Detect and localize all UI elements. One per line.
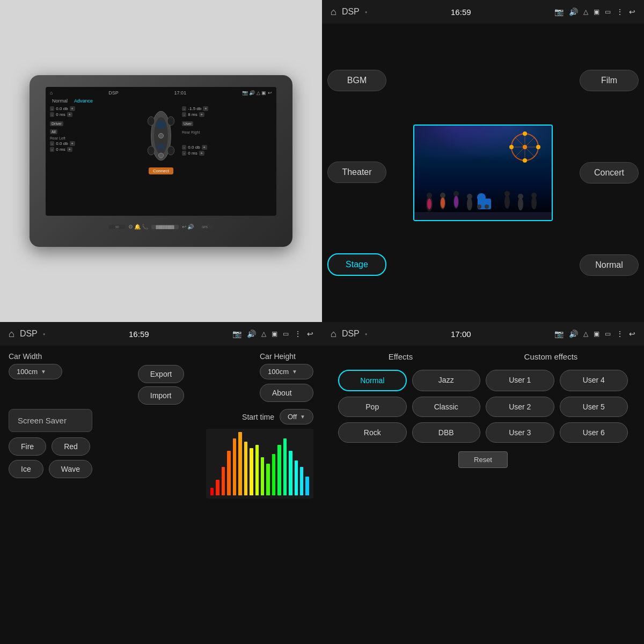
preset-theater-btn[interactable]: Theater	[327, 162, 386, 183]
ms-value-left-b: 0 ms	[56, 147, 65, 152]
eq-bar-15	[295, 432, 298, 495]
fire-btn[interactable]: Fire	[9, 437, 46, 456]
all-btn[interactable]: All	[50, 129, 57, 134]
effect-btn-rock[interactable]: Rock	[338, 422, 407, 443]
plus-db-right[interactable]: +	[203, 106, 208, 111]
screen-saver-label: Screen Saver	[18, 416, 67, 425]
bl-volume-icon: 🔊	[247, 330, 256, 338]
svg-point-16	[523, 131, 527, 136]
import-btn[interactable]: Import	[138, 386, 184, 405]
br-time: 17:00	[451, 330, 471, 339]
car-width-section: Car Width 100cm ▼	[9, 352, 62, 379]
plus-ms-right-b[interactable]: +	[199, 151, 204, 156]
br-bar-right: 📷 🔊 △ ▣ ▭ ⋮ ↩	[554, 330, 635, 338]
effect-btn-user4[interactable]: User 4	[560, 370, 628, 391]
screen-icons: 📷 🔊 △ ▣ ↩	[242, 90, 272, 96]
tab-advance[interactable]: Advance	[72, 98, 95, 104]
tr-dsp-title: DSP	[342, 7, 360, 17]
effects-body: Effects Custom effects NormalJazzUser 1U…	[322, 346, 644, 474]
bl-back-icon[interactable]: ↩	[307, 330, 313, 338]
br-rect-icon: ▭	[605, 330, 611, 338]
top-right-quadrant: ⌂ DSP ● 16:59 📷 🔊 △ ▣ ▭ ⋮ ↩	[322, 0, 644, 322]
reset-btn[interactable]: Reset	[458, 451, 508, 468]
plus-ms-right[interactable]: +	[199, 112, 204, 117]
driver-btn[interactable]: Driver	[50, 121, 63, 126]
plus-db-left[interactable]: +	[70, 106, 75, 111]
start-time-dropdown[interactable]: Off ▼	[280, 409, 313, 425]
br-back-icon[interactable]: ↩	[629, 330, 635, 338]
svg-point-5	[167, 146, 174, 155]
ice-btn[interactable]: Ice	[9, 460, 43, 478]
minus-db-right-b[interactable]: -	[182, 145, 186, 150]
preset-film-btn[interactable]: Film	[580, 70, 639, 91]
minus-ms-right-b[interactable]: -	[182, 151, 186, 156]
car-height-label: Car Height	[260, 352, 313, 361]
db-value-right-b: 0.0 db	[188, 145, 200, 150]
effect-btn-user6[interactable]: User 6	[560, 422, 628, 443]
theater-image-bg	[414, 126, 552, 220]
bottom-icon-5: 🔊	[187, 224, 194, 230]
dsp-row-db-right-bottom: - 0.0 db +	[182, 145, 272, 150]
eq-start-area: Start time Off ▼	[103, 409, 313, 499]
preset-right-col: Film Concert Normal	[580, 29, 639, 317]
bottom-left-quadrant: ⌂ DSP ● 16:59 📷 🔊 △ ▣ ▭ ⋮ ↩	[0, 322, 322, 644]
car-screen: ⌂ DSP 17:01 📷 🔊 △ ▣ ↩ Normal Advance	[46, 87, 276, 216]
plus-db-right-b[interactable]: +	[202, 145, 207, 150]
wave-btn[interactable]: Wave	[49, 460, 92, 478]
effect-btn-normal[interactable]: Normal	[338, 370, 407, 391]
export-btn[interactable]: Export	[138, 365, 184, 383]
minus-db-right[interactable]: -	[182, 106, 186, 111]
effect-btn-dbb[interactable]: DBB	[412, 422, 481, 443]
tr-home-icon[interactable]: ⌂	[331, 6, 336, 18]
svg-point-31	[453, 191, 459, 196]
user-btn[interactable]: User	[182, 121, 193, 126]
effect-btn-user3[interactable]: User 3	[486, 422, 554, 443]
about-btn[interactable]: About	[260, 384, 313, 402]
screen-saver-section: Screen Saver Fire Red Ice Wave	[9, 409, 313, 499]
tr-back-icon[interactable]: ↩	[629, 8, 635, 16]
preset-normal-btn[interactable]: Normal	[580, 254, 639, 276]
br-dsp-title: DSP	[342, 329, 360, 339]
preset-stage-btn[interactable]: Stage	[327, 253, 386, 276]
minus-db-left-b[interactable]: -	[50, 141, 54, 146]
plus-ms-left[interactable]: +	[67, 112, 72, 117]
bl-triangle-icon: △	[261, 330, 266, 338]
minus-ms-right[interactable]: -	[182, 112, 186, 117]
effect-btn-pop[interactable]: Pop	[338, 397, 407, 417]
effect-btn-user1[interactable]: User 1	[486, 370, 554, 391]
effect-btn-user5[interactable]: User 5	[560, 397, 628, 417]
svg-point-23	[477, 193, 486, 202]
plus-db-left-b[interactable]: +	[70, 141, 75, 146]
preset-bgm-btn[interactable]: BGM	[327, 70, 386, 91]
bl-more-icon[interactable]: ⋮	[294, 330, 302, 338]
effects-header: Effects Custom effects	[333, 352, 633, 361]
car-height-section: Car Height 100cm ▼ About	[260, 352, 313, 402]
dsp-row-ms-left: - 0 ms +	[50, 112, 140, 117]
effect-btn-classic[interactable]: Classic	[412, 397, 481, 417]
effect-btn-user2[interactable]: User 2	[486, 397, 554, 417]
tab-normal[interactable]: Normal	[50, 98, 70, 104]
tr-more-icon[interactable]: ⋮	[616, 8, 624, 16]
bl-dot: ●	[43, 332, 46, 336]
minus-ms-left-b[interactable]: -	[50, 147, 54, 152]
eq-bar-6	[244, 432, 247, 495]
tr-square-icon: ▣	[594, 8, 599, 16]
ferris-wheel	[509, 131, 541, 163]
effect-btn-jazz[interactable]: Jazz	[412, 370, 481, 391]
connect-btn[interactable]: Connect	[149, 167, 173, 174]
br-home-icon[interactable]: ⌂	[331, 328, 336, 340]
car-height-dropdown[interactable]: 100cm ▼	[260, 364, 313, 379]
plus-ms-left-b[interactable]: +	[67, 147, 72, 152]
minus-db-left[interactable]: -	[50, 106, 54, 111]
car-width-value: 100cm	[17, 368, 38, 376]
br-more-icon[interactable]: ⋮	[616, 330, 624, 338]
bl-home-icon[interactable]: ⌂	[9, 328, 14, 340]
saver-buttons: Fire Red Ice Wave	[9, 437, 92, 478]
br-square-icon: ▣	[594, 330, 599, 338]
red-btn[interactable]: Red	[52, 437, 90, 456]
dsp-row-db-left-bottom: - 0.0 db +	[50, 141, 140, 146]
preset-concert-btn[interactable]: Concert	[580, 162, 639, 184]
car-width-dropdown[interactable]: 100cm ▼	[9, 364, 62, 379]
minus-ms-left[interactable]: -	[50, 112, 54, 117]
svg-point-35	[504, 191, 510, 196]
